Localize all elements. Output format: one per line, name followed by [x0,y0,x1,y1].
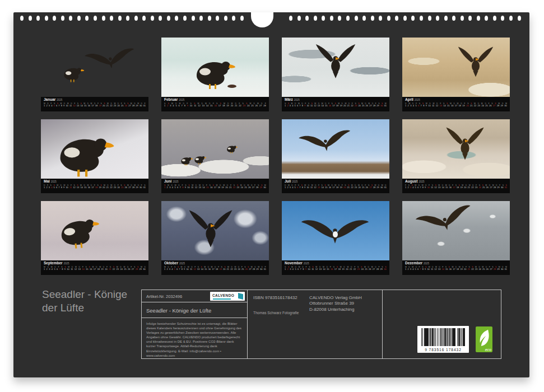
white-tail-patch [333,231,338,237]
eco-leaf-icon [477,328,491,350]
eagle-landing-icon [311,43,360,79]
month-year: 2025 [51,181,57,184]
month-photo-september [41,201,148,260]
month-name: September [44,262,63,265]
binding-hole [289,16,292,21]
month-card-oktober: Oktober 2025 MDFSSMDMDFSSMDMDFSSMDMDFSSM… [161,201,269,275]
date-strip: SSMDMDFSSMDMDFSSMDMDFSSMDMDF123456789101… [164,102,266,108]
eagle-standing-icon [59,62,88,83]
month-photo-mai [41,119,148,179]
binding-hole [175,16,178,21]
date-strip: MDMDFSSMDMDFSSMDMDFSSMDMDFSSMDM123456789… [405,266,507,271]
month-name: Februar [164,98,178,102]
binding-hole [118,16,122,21]
binding-hole [29,16,32,21]
binding-hole [452,16,455,21]
month-photo-april [402,38,510,97]
month-photo-januar [41,38,148,97]
mini-calendar-bar: April 2025 DMDFSSMDMDFSSMDMDFSSMDMDFSSMD… [402,97,510,111]
month-name: Januar [44,98,55,102]
date-row: 1234567891011121314151617181920212223242… [405,268,507,271]
date-row: 1234567891011121314151617181920212223242… [44,186,146,189]
month-year: 2025 [424,263,429,265]
mini-calendar-bar: September 2025 MDMDFSSMDMDFSSMDMDFSSMDMD… [41,260,148,275]
month-label: August 2025 [405,180,507,184]
binding-hole [420,16,423,21]
mini-calendar-bar: November 2025 SSMDMDFSSMDMDFSSMDMDFSSMDM… [282,260,389,275]
month-photo-februar [161,38,269,97]
month-photo-dezember [402,201,510,260]
month-name: Oktober [164,262,178,265]
binding-hole [379,16,382,21]
page-background: Januar 2025 MDFSSMDMDFSSMDMDFSSMDMDFSSMD… [0,0,544,392]
month-label: Oktober 2025 [164,262,266,266]
month-card-juni: Juni 2025 SMDMDFSSMDMDFSSMDMDFSSMDMDFSSM… [161,119,269,193]
binding-hole [159,16,162,21]
date-strip: DMDFSSMDMDFSSMDMDFSSMDMDFSSMDMD123456789… [285,184,387,189]
date-row: 1234567891011121314151617181920212223242… [405,105,507,108]
date-strip: MDFSSMDMDFSSMDMDFSSMDMDFSSMDMDF123456789… [44,102,146,108]
month-year: 2025 [415,99,420,102]
binding-hole [102,16,105,21]
binding-hole [485,16,488,21]
month-label: Januar 2025 [44,98,146,102]
date-row: 1234567891011121314151617181920212223242… [285,186,387,189]
date-strip: MDFSSMDMDFSSMDMDFSSMDMDFSSMDMDF123456789… [164,266,266,271]
month-year: 2025 [179,99,184,102]
calvendo-flag-icon [238,293,243,300]
month-year: 2025 [64,263,69,265]
calvendo-logo-text: CALVENDO [212,293,234,297]
month-grid: Januar 2025 MDFSSMDMDFSSMDMDFSSMDMDFSSMD… [41,38,510,275]
binding-hole [395,16,398,21]
date-strip: DMDFSSMDMDFSSMDMDFSSMDMDFSSMDM1234567891… [405,102,507,108]
photographer-credit: Thomas Schwarz Fotografie [253,311,299,315]
month-photo-oktober [161,201,269,260]
binding-hole [151,16,154,21]
date-row: 1234567891011121314151617181920212223242… [164,105,266,108]
month-name: April [405,98,413,102]
binding-hole [61,16,64,21]
calendar-title: Seeadler - Könige der Lüfte [42,288,127,315]
mini-calendar-bar: Juni 2025 SMDMDFSSMDMDFSSMDMDFSSMDMDFSSM… [161,179,269,193]
date-row: 1234567891011121314151617181920212223242… [164,186,266,189]
artikel-number: Artikel-Nr. 2032496 [146,294,182,299]
month-card-april: April 2025 DMDFSSMDMDFSSMDMDFSSMDMDFSSMD… [402,38,510,111]
eagle-gliding-icon [413,201,477,240]
mini-calendar-bar: Februar 2025 SSMDMDFSSMDMDFSSMDMDFSSMDMD… [161,97,269,111]
month-year: 2025 [294,99,300,102]
month-label: März 2025 [285,98,387,102]
month-year: 2025 [304,263,309,265]
binding-hole [468,16,472,21]
month-name: März [285,98,293,102]
artikel-box: Artikel-Nr. 2032496 CALVENDO [141,290,248,302]
date-row: 1234567891011121314151617181920212223242… [405,186,507,189]
eagle-swooping-icon [184,209,238,248]
month-label: Juni 2025 [164,180,266,184]
barcode: 9 783516 178432 [417,326,469,353]
month-photo-august [402,119,510,179]
binding-hole [387,16,390,21]
eagle-landing-icon [454,45,497,78]
binding-hole [69,16,72,21]
binding-hole [77,16,81,21]
binding-hole [134,16,138,21]
hanger-notch [251,12,273,27]
month-year: 2025 [179,263,185,265]
month-photo-juli [282,119,389,179]
month-card-juli: Juli 2025 DMDFSSMDMDFSSMDMDFSSMDMDFSSMDM… [282,119,389,193]
barcode-box: 9 783516 178432 eco [382,290,501,359]
publisher-address: CALVENDO Verlag GmbH Ottobrunner Straße … [309,295,362,312]
eco-logo: eco [476,326,492,352]
binding-hole [355,16,358,21]
binding-hole [85,16,89,21]
month-label: Mai 2025 [44,180,146,184]
legal-box: Infolge bestehender Schutzrechte ist es … [141,318,248,359]
eagle-group-icon [224,143,240,154]
eagle-standing-icon [48,202,109,259]
binding-hole [240,16,244,21]
month-name: Juli [285,180,291,184]
binding-hole [208,16,211,21]
binding-hole [297,16,301,21]
mini-calendar-bar: Oktober 2025 MDFSSMDMDFSSMDMDFSSMDMDFSSM… [161,260,269,275]
eco-label: eco [485,348,491,352]
